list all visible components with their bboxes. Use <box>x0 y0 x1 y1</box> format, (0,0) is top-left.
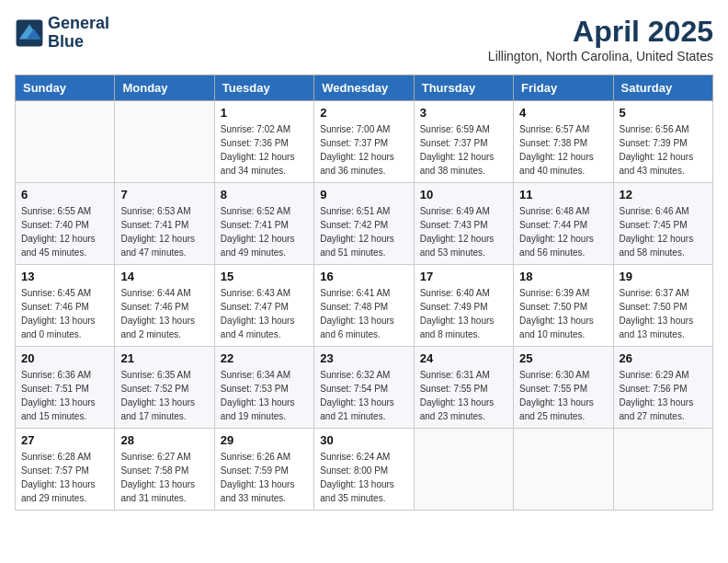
day-info: Sunrise: 6:45 AM Sunset: 7:46 PM Dayligh… <box>21 286 108 341</box>
day-info: Sunrise: 6:46 AM Sunset: 7:45 PM Dayligh… <box>620 204 707 259</box>
weekday-header-friday: Friday <box>514 75 613 101</box>
day-info: Sunrise: 6:48 AM Sunset: 7:44 PM Dayligh… <box>519 204 607 259</box>
day-number: 11 <box>519 188 607 201</box>
day-number: 3 <box>420 106 507 120</box>
day-info: Sunrise: 6:35 AM Sunset: 7:52 PM Dayligh… <box>120 368 208 423</box>
calendar-cell: 20Sunrise: 6:36 AM Sunset: 7:51 PM Dayli… <box>16 347 115 429</box>
day-number: 28 <box>120 433 208 447</box>
day-number: 24 <box>420 351 507 365</box>
calendar-cell <box>613 429 712 511</box>
calendar-cell: 10Sunrise: 6:49 AM Sunset: 7:43 PM Dayli… <box>414 183 513 265</box>
weekday-header-row: SundayMondayTuesdayWednesdayThursdayFrid… <box>16 75 713 101</box>
calendar-cell: 28Sunrise: 6:27 AM Sunset: 7:58 PM Dayli… <box>115 429 214 511</box>
calendar-cell <box>514 429 613 511</box>
day-info: Sunrise: 6:26 AM Sunset: 7:59 PM Dayligh… <box>221 450 308 505</box>
day-number: 18 <box>519 270 607 283</box>
calendar-cell: 23Sunrise: 6:32 AM Sunset: 7:54 PM Dayli… <box>314 347 414 429</box>
calendar-cell: 7Sunrise: 6:53 AM Sunset: 7:41 PM Daylig… <box>115 183 214 265</box>
calendar-week-1: 1Sunrise: 7:02 AM Sunset: 7:36 PM Daylig… <box>16 101 713 183</box>
day-number: 29 <box>221 433 308 447</box>
day-info: Sunrise: 6:41 AM Sunset: 7:48 PM Dayligh… <box>320 286 407 341</box>
weekday-header-monday: Monday <box>115 75 214 101</box>
calendar-week-2: 6Sunrise: 6:55 AM Sunset: 7:40 PM Daylig… <box>16 183 713 265</box>
day-info: Sunrise: 6:43 AM Sunset: 7:47 PM Dayligh… <box>221 286 308 341</box>
day-info: Sunrise: 6:52 AM Sunset: 7:41 PM Dayligh… <box>221 204 308 259</box>
day-number: 8 <box>221 188 308 201</box>
calendar-cell: 1Sunrise: 7:02 AM Sunset: 7:36 PM Daylig… <box>214 101 313 183</box>
calendar-cell: 14Sunrise: 6:44 AM Sunset: 7:46 PM Dayli… <box>115 265 214 347</box>
calendar-cell: 22Sunrise: 6:34 AM Sunset: 7:53 PM Dayli… <box>214 347 313 429</box>
calendar-cell <box>115 101 214 183</box>
calendar-cell: 11Sunrise: 6:48 AM Sunset: 7:44 PM Dayli… <box>514 183 613 265</box>
calendar-cell: 25Sunrise: 6:30 AM Sunset: 7:55 PM Dayli… <box>514 347 613 429</box>
day-number: 5 <box>620 106 707 120</box>
day-number: 2 <box>320 106 407 120</box>
day-info: Sunrise: 6:57 AM Sunset: 7:38 PM Dayligh… <box>519 122 607 178</box>
day-info: Sunrise: 6:28 AM Sunset: 7:57 PM Dayligh… <box>21 450 108 505</box>
calendar-week-3: 13Sunrise: 6:45 AM Sunset: 7:46 PM Dayli… <box>16 265 713 347</box>
logo-line1: General <box>48 15 109 33</box>
day-info: Sunrise: 6:40 AM Sunset: 7:49 PM Dayligh… <box>420 286 507 341</box>
day-number: 7 <box>120 188 208 201</box>
day-info: Sunrise: 7:02 AM Sunset: 7:36 PM Dayligh… <box>221 122 308 178</box>
calendar-cell: 6Sunrise: 6:55 AM Sunset: 7:40 PM Daylig… <box>16 183 115 265</box>
day-number: 17 <box>420 270 507 283</box>
calendar-cell: 13Sunrise: 6:45 AM Sunset: 7:46 PM Dayli… <box>16 265 115 347</box>
day-number: 12 <box>620 188 707 201</box>
day-info: Sunrise: 6:34 AM Sunset: 7:53 PM Dayligh… <box>221 368 308 423</box>
weekday-header-tuesday: Tuesday <box>214 75 313 101</box>
day-number: 13 <box>21 270 108 283</box>
calendar-cell: 2Sunrise: 7:00 AM Sunset: 7:37 PM Daylig… <box>314 101 414 183</box>
day-number: 22 <box>221 351 308 365</box>
day-info: Sunrise: 6:37 AM Sunset: 7:50 PM Dayligh… <box>620 286 707 341</box>
day-number: 26 <box>620 351 707 365</box>
day-info: Sunrise: 6:59 AM Sunset: 7:37 PM Dayligh… <box>420 122 507 178</box>
calendar-cell <box>16 101 115 183</box>
day-number: 25 <box>519 351 607 365</box>
day-number: 9 <box>320 188 407 201</box>
day-number: 30 <box>320 433 407 447</box>
calendar-body: 1Sunrise: 7:02 AM Sunset: 7:36 PM Daylig… <box>16 101 713 511</box>
calendar-cell: 19Sunrise: 6:37 AM Sunset: 7:50 PM Dayli… <box>613 265 712 347</box>
calendar-cell: 17Sunrise: 6:40 AM Sunset: 7:49 PM Dayli… <box>414 265 513 347</box>
day-info: Sunrise: 6:27 AM Sunset: 7:58 PM Dayligh… <box>120 450 208 505</box>
day-info: Sunrise: 6:31 AM Sunset: 7:55 PM Dayligh… <box>420 368 507 423</box>
calendar-week-4: 20Sunrise: 6:36 AM Sunset: 7:51 PM Dayli… <box>16 347 713 429</box>
day-number: 4 <box>519 106 607 120</box>
calendar-cell: 15Sunrise: 6:43 AM Sunset: 7:47 PM Dayli… <box>214 265 313 347</box>
calendar-header: SundayMondayTuesdayWednesdayThursdayFrid… <box>16 75 713 101</box>
day-info: Sunrise: 6:49 AM Sunset: 7:43 PM Dayligh… <box>420 204 507 259</box>
logo-icon <box>15 18 44 48</box>
day-info: Sunrise: 6:24 AM Sunset: 8:00 PM Dayligh… <box>320 450 407 505</box>
calendar-cell: 12Sunrise: 6:46 AM Sunset: 7:45 PM Dayli… <box>613 183 712 265</box>
day-info: Sunrise: 6:29 AM Sunset: 7:56 PM Dayligh… <box>620 368 707 423</box>
day-number: 19 <box>620 270 707 283</box>
weekday-header-wednesday: Wednesday <box>314 75 414 101</box>
calendar-cell: 3Sunrise: 6:59 AM Sunset: 7:37 PM Daylig… <box>414 101 513 183</box>
calendar-cell: 24Sunrise: 6:31 AM Sunset: 7:55 PM Dayli… <box>414 347 513 429</box>
day-number: 10 <box>420 188 507 201</box>
day-info: Sunrise: 6:39 AM Sunset: 7:50 PM Dayligh… <box>519 286 607 341</box>
day-info: Sunrise: 6:51 AM Sunset: 7:42 PM Dayligh… <box>320 204 407 259</box>
day-number: 23 <box>320 351 407 365</box>
day-number: 21 <box>120 351 208 365</box>
day-info: Sunrise: 6:30 AM Sunset: 7:55 PM Dayligh… <box>519 368 607 423</box>
calendar-cell: 18Sunrise: 6:39 AM Sunset: 7:50 PM Dayli… <box>514 265 613 347</box>
logo: General Blue <box>15 15 109 52</box>
calendar-table: SundayMondayTuesdayWednesdayThursdayFrid… <box>15 75 713 511</box>
calendar-cell: 8Sunrise: 6:52 AM Sunset: 7:41 PM Daylig… <box>214 183 313 265</box>
logo-line2: Blue <box>48 33 109 52</box>
calendar-cell: 29Sunrise: 6:26 AM Sunset: 7:59 PM Dayli… <box>214 429 313 511</box>
calendar-cell: 16Sunrise: 6:41 AM Sunset: 7:48 PM Dayli… <box>314 265 414 347</box>
calendar-cell: 4Sunrise: 6:57 AM Sunset: 7:38 PM Daylig… <box>514 101 613 183</box>
calendar-cell: 26Sunrise: 6:29 AM Sunset: 7:56 PM Dayli… <box>613 347 712 429</box>
day-number: 27 <box>21 433 108 447</box>
day-info: Sunrise: 7:00 AM Sunset: 7:37 PM Dayligh… <box>320 122 407 178</box>
location-title: Lillington, North Carolina, United State… <box>488 49 713 63</box>
day-info: Sunrise: 6:55 AM Sunset: 7:40 PM Dayligh… <box>21 204 108 259</box>
weekday-header-saturday: Saturday <box>613 75 712 101</box>
weekday-header-sunday: Sunday <box>16 75 115 101</box>
day-info: Sunrise: 6:44 AM Sunset: 7:46 PM Dayligh… <box>120 286 208 341</box>
day-info: Sunrise: 6:36 AM Sunset: 7:51 PM Dayligh… <box>21 368 108 423</box>
weekday-header-thursday: Thursday <box>414 75 513 101</box>
